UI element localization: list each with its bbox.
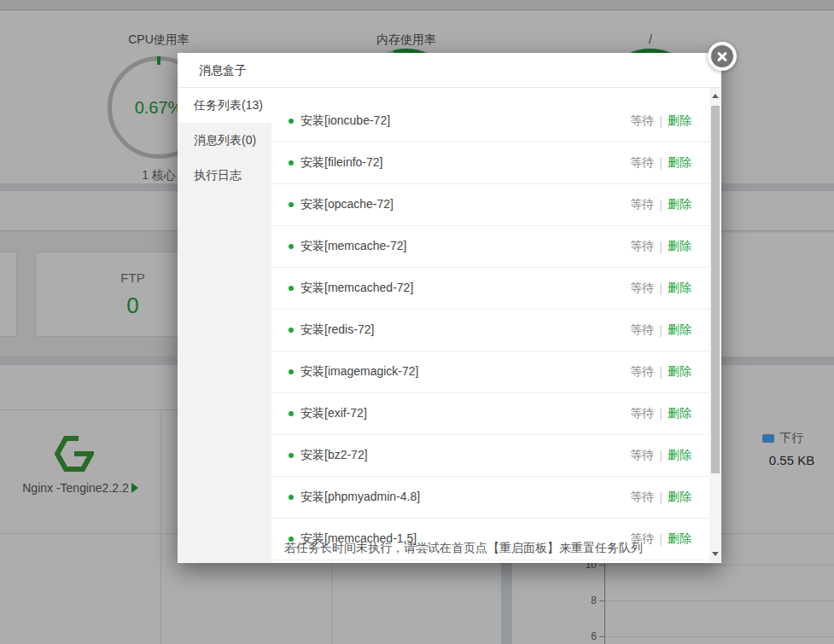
task-separator: | <box>659 156 662 170</box>
task-list: 安装[ioncube-72]等待|删除安装[fileinfo-72]等待|删除安… <box>271 88 721 560</box>
close-icon <box>711 45 733 67</box>
task-delete-link[interactable]: 删除 <box>668 364 691 380</box>
modal-tab-label: 任务列表(13) <box>194 98 263 112</box>
modal-tab-0[interactable]: 任务列表(13) <box>178 88 271 123</box>
modal-close-button[interactable] <box>708 42 737 71</box>
task-separator: | <box>659 114 662 128</box>
task-status: 等待 <box>630 448 654 463</box>
task-status: 等待 <box>630 364 654 380</box>
task-status-dot <box>289 286 294 291</box>
task-queue-hint: 若任务长时间未执行，请尝试在首页点【重启面板】来重置任务队列 <box>284 541 643 556</box>
task-status: 等待 <box>630 197 654 212</box>
task-status-dot <box>289 495 294 500</box>
task-name: 安装[ioncube-72] <box>300 113 390 129</box>
modal-tab-label: 消息列表(0) <box>194 133 256 147</box>
task-name: 安装[imagemagick-72] <box>300 364 419 380</box>
task-status-dot <box>289 202 294 207</box>
task-delete-link[interactable]: 删除 <box>668 155 691 171</box>
task-name: 安装[redis-72] <box>300 322 374 338</box>
task-status: 等待 <box>630 113 654 129</box>
task-status-dot <box>289 119 294 124</box>
task-separator: | <box>659 281 662 295</box>
task-row: 安装[exif-72]等待|删除 <box>271 393 721 435</box>
task-status-dot <box>289 244 294 249</box>
task-delete-link[interactable]: 删除 <box>668 281 691 296</box>
task-status-dot <box>289 369 294 374</box>
task-row: 安装[imagemagick-72]等待|删除 <box>271 351 721 393</box>
modal-tab-label: 执行日志 <box>194 168 242 182</box>
task-separator: | <box>659 532 662 546</box>
task-row: 安装[fileinfo-72]等待|删除 <box>271 142 721 184</box>
task-delete-link[interactable]: 删除 <box>668 406 691 421</box>
task-separator: | <box>659 449 662 462</box>
task-row: 安装[memcached-72]等待|删除 <box>271 268 721 310</box>
task-row: 安装[bz2-72]等待|删除 <box>271 435 721 477</box>
modal-tab-sidebar: 任务列表(13)消息列表(0)执行日志 <box>178 88 271 562</box>
modal-title: 消息盒子 <box>178 53 721 88</box>
task-delete-link[interactable]: 删除 <box>668 113 691 129</box>
scroll-up-arrow-icon[interactable] <box>712 94 719 98</box>
task-list-scrollbar[interactable] <box>709 88 721 562</box>
task-row: 安装[opcache-72]等待|删除 <box>271 184 721 226</box>
scroll-down-arrow-icon[interactable] <box>712 552 719 556</box>
task-row: 安装[redis-72]等待|删除 <box>271 310 721 351</box>
task-delete-link[interactable]: 删除 <box>668 239 691 254</box>
task-status: 等待 <box>630 322 654 338</box>
task-name: 安装[memcached-72] <box>300 281 413 296</box>
task-separator: | <box>659 407 662 421</box>
task-name: 安装[phpmyadmin-4.8] <box>300 490 420 505</box>
task-delete-link[interactable]: 删除 <box>668 448 691 463</box>
task-name: 安装[exif-72] <box>300 406 367 421</box>
task-row: 安装[memcache-72]等待|删除 <box>271 226 721 268</box>
task-delete-link[interactable]: 删除 <box>668 490 691 505</box>
task-row: 安装[phpmyadmin-4.8]等待|删除 <box>271 477 721 519</box>
scrollbar-thumb[interactable] <box>711 106 720 473</box>
modal-tab-1[interactable]: 消息列表(0) <box>178 123 271 158</box>
task-name: 安装[opcache-72] <box>300 197 394 212</box>
task-delete-link[interactable]: 删除 <box>668 322 691 338</box>
task-status-dot <box>289 160 294 165</box>
task-separator: | <box>659 240 662 253</box>
task-status: 等待 <box>630 281 654 296</box>
task-name: 安装[bz2-72] <box>300 448 368 463</box>
task-name: 安装[memcache-72] <box>300 239 406 254</box>
message-box-modal: 消息盒子 任务列表(13)消息列表(0)执行日志 安装[ioncube-72]等… <box>178 53 721 563</box>
task-row: 安装[ioncube-72]等待|删除 <box>271 101 721 142</box>
task-list-panel: 安装[ioncube-72]等待|删除安装[fileinfo-72]等待|删除安… <box>271 88 721 562</box>
task-delete-link[interactable]: 删除 <box>668 531 691 547</box>
task-separator: | <box>659 323 662 337</box>
task-separator: | <box>659 198 662 212</box>
task-status: 等待 <box>630 490 654 505</box>
modal-tab-2[interactable]: 执行日志 <box>178 158 271 193</box>
task-status: 等待 <box>630 239 654 254</box>
task-name: 安装[fileinfo-72] <box>300 155 382 171</box>
task-status-dot <box>289 453 294 458</box>
task-status-dot <box>289 328 294 333</box>
task-status: 等待 <box>630 406 654 421</box>
task-status: 等待 <box>630 155 654 171</box>
task-status-dot <box>289 411 294 416</box>
task-delete-link[interactable]: 删除 <box>668 197 691 212</box>
task-separator: | <box>659 490 662 504</box>
task-separator: | <box>659 365 662 379</box>
